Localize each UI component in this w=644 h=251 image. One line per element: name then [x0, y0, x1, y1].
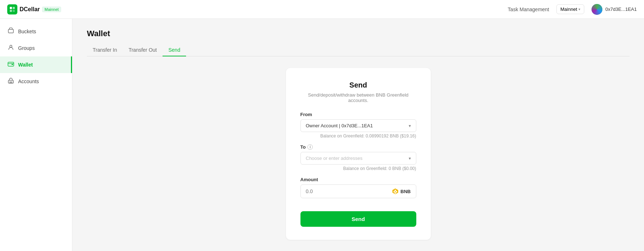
sidebar-item-buckets[interactable]: Buckets: [0, 23, 72, 40]
header-left: DCellar Mainnet: [7, 4, 61, 14]
to-dropdown-icon: ▾: [409, 156, 411, 161]
svg-rect-2: [10, 10, 12, 12]
bnb-icon: [392, 188, 399, 195]
currency-label: BNB: [400, 189, 411, 194]
send-card-title: Send: [300, 81, 416, 89]
user-info[interactable]: 0x7d3E...1EA1: [592, 4, 637, 15]
to-placeholder: Choose or enter addresses: [306, 156, 363, 161]
main-layout: Buckets Groups Wallet: [0, 19, 644, 251]
sidebar-item-wallet[interactable]: Wallet: [0, 56, 72, 73]
tab-send[interactable]: Send: [163, 44, 186, 56]
bnb-label: BNB: [392, 188, 411, 195]
from-group: From Owner Account | 0x7d3E...1EA1 ▾ Bal…: [300, 112, 416, 139]
sidebar-item-accounts-label: Accounts: [18, 78, 39, 84]
amount-group: Amount BNB: [300, 177, 416, 198]
amount-input[interactable]: [306, 188, 390, 194]
to-balance: Balance on Greenfield: 0 BNB ($0.00): [300, 166, 416, 171]
tab-transfer-out[interactable]: Transfer Out: [123, 44, 163, 56]
sidebar-item-buckets-label: Buckets: [18, 29, 36, 34]
from-dropdown-icon: ▾: [409, 123, 411, 128]
svg-point-5: [10, 45, 12, 47]
from-label: From: [300, 112, 416, 117]
content-area: Wallet Transfer In Transfer Out Send Sen…: [72, 19, 644, 251]
user-address: 0x7d3E...1EA1: [605, 7, 637, 12]
network-badge: Mainnet: [42, 7, 61, 12]
send-button[interactable]: Send: [300, 211, 416, 227]
svg-rect-0: [10, 7, 12, 9]
send-card: Send Send/deposit/withdraw between BNB G…: [286, 68, 431, 240]
send-card-subtitle: Send/deposit/withdraw between BNB Greenf…: [300, 92, 416, 103]
to-info-icon[interactable]: i: [307, 144, 313, 150]
from-balance: Balance on Greenfield: 0.08990192 BNB ($…: [300, 133, 416, 139]
sidebar-item-groups[interactable]: Groups: [0, 40, 72, 56]
to-select[interactable]: Choose or enter addresses ▾: [300, 152, 416, 165]
svg-rect-7: [12, 64, 13, 65]
svg-rect-1: [13, 7, 15, 9]
from-value: Owner Account | 0x7d3E...1EA1: [306, 123, 373, 128]
top-header: DCellar Mainnet Task Management Mainnet …: [0, 0, 644, 19]
amount-field: BNB: [300, 184, 416, 198]
logo-icon: [7, 4, 17, 14]
task-management-link[interactable]: Task Management: [508, 7, 549, 12]
to-label: To i: [300, 144, 416, 150]
tab-transfer-in[interactable]: Transfer In: [87, 44, 123, 56]
network-selector-label: Mainnet: [560, 7, 577, 12]
to-group: To i Choose or enter addresses ▾ Balance…: [300, 144, 416, 171]
tabs: Transfer In Transfer Out Send: [87, 44, 630, 56]
sidebar-item-accounts[interactable]: Accounts: [0, 73, 72, 90]
sidebar-item-groups-label: Groups: [18, 45, 35, 51]
chevron-down-icon: ▾: [578, 7, 580, 11]
sidebar: Buckets Groups Wallet: [0, 19, 72, 251]
wallet-icon: [7, 61, 14, 69]
logo[interactable]: DCellar Mainnet: [7, 4, 61, 14]
groups-icon: [7, 44, 14, 52]
logo-text: DCellar: [20, 6, 40, 13]
svg-rect-3: [13, 10, 15, 12]
accounts-icon: [7, 77, 14, 85]
svg-rect-4: [8, 29, 13, 33]
header-right: Task Management Mainnet ▾ 0x7d3E...1EA1: [508, 4, 637, 15]
amount-label: Amount: [300, 177, 416, 182]
network-selector[interactable]: Mainnet ▾: [556, 4, 584, 14]
avatar-inner: [592, 4, 602, 15]
from-select[interactable]: Owner Account | 0x7d3E...1EA1 ▾: [300, 119, 416, 132]
buckets-icon: [7, 27, 14, 35]
page-title: Wallet: [87, 29, 630, 38]
sidebar-item-wallet-label: Wallet: [18, 62, 33, 68]
avatar: [592, 4, 602, 15]
